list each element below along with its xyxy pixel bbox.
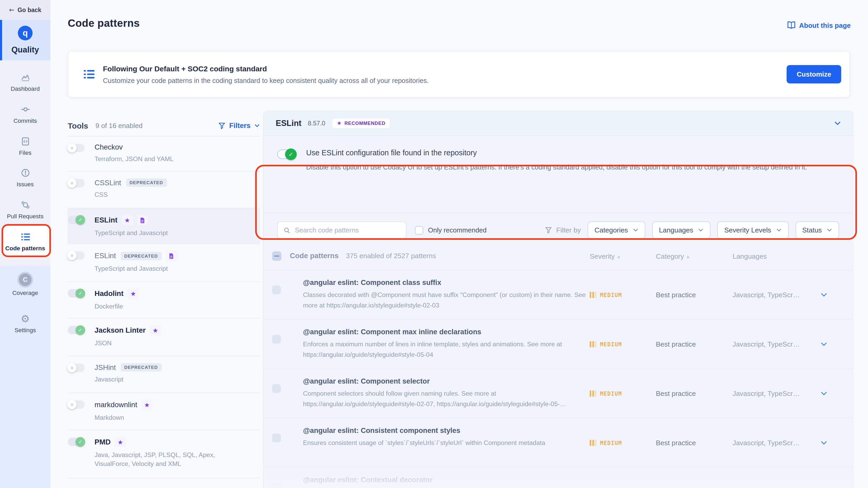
- pattern-row[interactable]: @angular eslint: Consistent component st…: [264, 418, 853, 467]
- pattern-description: Ensures consistent usage of `styles`/`st…: [303, 438, 591, 448]
- expand-chevron-icon[interactable]: [820, 390, 828, 397]
- severity-levels-dropdown[interactable]: Severity Levels: [717, 222, 788, 239]
- pattern-languages: Javascript, TypeScr…: [733, 340, 800, 348]
- pattern-languages: Javascript, TypeScr…: [733, 439, 800, 447]
- pattern-row[interactable]: @angular eslint: Component max inline de…: [264, 319, 853, 368]
- tool-row-eslint[interactable]: ✓ ESLint ★ TypeScript and Javascript: [68, 208, 260, 244]
- tool-row-checkov[interactable]: × Checkov Terraform, JSON and YAML: [68, 136, 260, 171]
- column-category[interactable]: Category▲: [656, 252, 689, 260]
- app-window: ← Go back q Quality Dashboard Commits Fi…: [0, 0, 868, 488]
- tool-row-jackson-linter[interactable]: ✓ Jackson Linter ★ JSON: [68, 319, 260, 356]
- config-toggle-title: Use ESLint configuration file found in t…: [306, 149, 807, 157]
- expand-chevron-icon[interactable]: [820, 340, 828, 348]
- sidebar-item-label: Issues: [0, 181, 51, 187]
- categories-dropdown[interactable]: Categories: [588, 222, 645, 239]
- column-languages[interactable]: Languages: [733, 252, 767, 260]
- languages-dropdown[interactable]: Languages: [652, 222, 711, 239]
- pattern-title: @angular eslint: Consistent component st…: [303, 427, 839, 434]
- tool-toggle[interactable]: ✓: [68, 437, 85, 446]
- severity-medium-icon: [590, 440, 596, 446]
- commit-icon: [0, 104, 51, 115]
- tool-name: JSHint: [95, 363, 116, 371]
- about-this-page-link[interactable]: About this page: [787, 21, 851, 29]
- severity-medium-icon: [590, 341, 596, 347]
- sidebar-item-files[interactable]: Files: [0, 135, 51, 164]
- tool-toggle[interactable]: ×: [68, 364, 85, 372]
- pattern-checkbox[interactable]: [272, 335, 281, 344]
- sidebar-item-dashboard[interactable]: Dashboard: [0, 71, 51, 100]
- search-input[interactable]: [295, 226, 400, 234]
- pattern-category: Best practice: [656, 340, 696, 348]
- severity-badge: MEDIUM: [590, 390, 622, 396]
- tools-filters-button[interactable]: Filters: [219, 122, 260, 129]
- pattern-row[interactable]: @angular eslint: Component class suffix …: [264, 270, 853, 319]
- pattern-row[interactable]: @angular eslint: Contextual decorator En…: [264, 467, 853, 488]
- severity-medium-icon: [590, 292, 596, 298]
- chevron-down-icon: [254, 123, 260, 128]
- pattern-checkbox[interactable]: [272, 384, 281, 393]
- filter-by-label: Filter by: [556, 226, 581, 234]
- collapse-chevron-icon[interactable]: [834, 120, 841, 127]
- only-recommended-checkbox[interactable]: [415, 226, 423, 234]
- tool-row-csslint[interactable]: × CSSLint DEPRECATED CSS: [68, 171, 260, 208]
- tools-title: Tools: [68, 121, 88, 130]
- sidebar-item-label: Settings: [0, 327, 51, 333]
- column-severity[interactable]: Severity▲: [590, 252, 620, 260]
- customize-button[interactable]: Customize: [787, 65, 841, 84]
- tool-toggle[interactable]: ✓: [68, 216, 85, 224]
- pattern-checkbox[interactable]: [272, 433, 281, 442]
- tools-list: Tools 9 of 16 enabled Filters × Checkov …: [68, 115, 260, 479]
- use-config-file-toggle[interactable]: ✓: [277, 150, 296, 159]
- select-all-checkbox-indeterminate[interactable]: [272, 251, 281, 261]
- sidebar-item-code-patterns[interactable]: Code patterns: [0, 230, 51, 260]
- funnel-icon: [545, 227, 552, 233]
- tool-row-jshint[interactable]: × JSHint DEPRECATED Javascript: [68, 356, 260, 393]
- pattern-checkbox[interactable]: [272, 483, 281, 488]
- config-toggle-text: Use ESLint configuration file found in t…: [306, 149, 807, 213]
- tool-toggle[interactable]: ×: [68, 251, 85, 260]
- recommended-badge: ★ RECOMMENDED: [333, 119, 390, 128]
- coverage-logo-icon: C: [0, 274, 51, 285]
- sidebar-item-pull-requests[interactable]: Pull Requests: [0, 198, 51, 228]
- sidebar-item-commits[interactable]: Commits: [0, 103, 51, 132]
- tool-languages: Javascript: [95, 375, 161, 384]
- tool-toggle[interactable]: ✓: [68, 326, 85, 334]
- sidebar-item-issues[interactable]: Issues: [0, 166, 51, 196]
- status-dropdown[interactable]: Status: [795, 222, 839, 239]
- sidebar-item-settings[interactable]: ⚙ Settings: [0, 312, 51, 341]
- tool-languages: Java, Javascript, JSP, PLSQL, SQL, Apex,…: [95, 451, 252, 468]
- banner-title: Following Our Default + SOC2 coding stan…: [103, 64, 429, 73]
- sidebar-item-coverage[interactable]: C Coverage: [0, 273, 51, 303]
- eslint-panel-header[interactable]: ESLint 8.57.0 ★ RECOMMENDED: [264, 111, 853, 136]
- code-patterns-list-icon: [0, 231, 51, 242]
- tool-row-pmd[interactable]: ✓ PMD ★ Java, Javascript, JSP, PLSQL, SQ…: [68, 430, 260, 479]
- tool-row-eslint-deprecated[interactable]: × ESLint DEPRECATED TypeScript and Javas…: [68, 244, 260, 282]
- severity-badge: MEDIUM: [590, 341, 622, 347]
- sidebar-item-label: Pull Requests: [0, 213, 51, 219]
- sidebar-item-quality[interactable]: q Quality: [0, 20, 51, 60]
- chevron-down-icon: [776, 227, 782, 233]
- tool-toggle[interactable]: ✓: [68, 289, 85, 297]
- table-count: 375 enabled of 2527 patterns: [346, 252, 436, 260]
- tool-toggle[interactable]: ×: [68, 400, 85, 409]
- only-recommended-control[interactable]: Only recommended: [415, 226, 487, 234]
- expand-chevron-icon[interactable]: [820, 291, 828, 298]
- pattern-row[interactable]: @angular eslint: Component selector Comp…: [264, 368, 853, 418]
- page-title: Code patterns: [68, 17, 140, 29]
- filter-by-label-group: Filter by: [545, 226, 581, 234]
- pattern-checkbox[interactable]: [272, 286, 281, 294]
- tool-row-markdownlint[interactable]: × markdownlint ★ Markdown: [68, 393, 260, 430]
- severity-badge: MEDIUM: [590, 440, 622, 446]
- go-back-button[interactable]: ← Go back: [0, 0, 51, 20]
- tool-toggle[interactable]: ×: [68, 144, 85, 152]
- deprecated-badge: DEPRECATED: [121, 363, 161, 371]
- recommended-star-icon: ★: [122, 215, 132, 225]
- tool-row-hadolint[interactable]: ✓ Hadolint ★ Dockerfile: [68, 282, 260, 319]
- search-code-patterns-input[interactable]: [277, 222, 406, 239]
- tool-toggle[interactable]: ×: [68, 179, 85, 187]
- expand-chevron-icon[interactable]: [820, 439, 828, 446]
- pattern-category: Best practice: [656, 389, 696, 397]
- dashboard-icon: [0, 72, 51, 83]
- tool-languages: Dockerfile: [95, 302, 138, 311]
- banner-description: Customize your code patterns in the codi…: [103, 76, 429, 84]
